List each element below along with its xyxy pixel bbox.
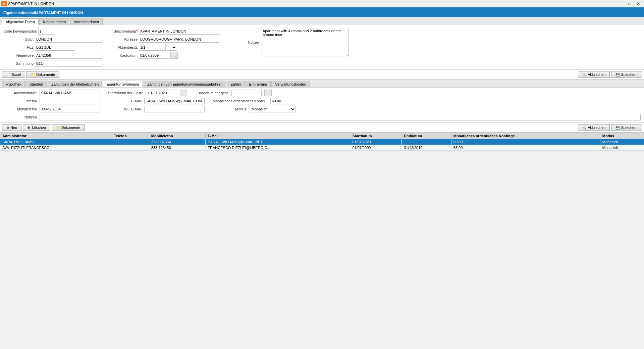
enddatum-input[interactable] xyxy=(231,90,262,96)
page-title: EigenschaftsdetailAPARTAMENT IN LONDON xyxy=(3,11,83,15)
tab-hypothek[interactable]: Hypothek xyxy=(2,81,25,87)
pec-input[interactable] xyxy=(144,106,205,112)
aktienbesitz-label: Aktienbesitz xyxy=(107,45,138,49)
maximize-button[interactable]: □ xyxy=(625,0,634,7)
cell-modus: Monatlich xyxy=(600,145,644,151)
aktienbesitz-select[interactable]: ▼ xyxy=(167,44,177,51)
code-input[interactable] xyxy=(38,28,55,35)
form-col-1: Code bewegungslos Stadt PLZ Repertoire S… xyxy=(3,28,102,67)
sub-form-rows: Administrator Startdatum der Geste. ... … xyxy=(3,90,641,120)
tab-zahlungen-miet[interactable]: Zahlungen der Mietgebühren xyxy=(48,81,102,87)
cell-telefon xyxy=(112,139,149,145)
col-telefon[interactable]: Telefon xyxy=(112,133,149,139)
repertoire-input[interactable] xyxy=(35,52,102,59)
beschreibung-input[interactable] xyxy=(139,28,219,35)
table-row[interactable]: AVV. RIZZUTI FRANCESCO 333-123456 FRANCE… xyxy=(0,145,644,151)
abbrechen-icon-top: 🔍 xyxy=(582,73,586,77)
aktienbesitz-row: Aktienbesitz ▼ xyxy=(107,44,219,51)
table-body: SARAH WILLIAMS 333-987654 SARAH.WILLIAMS… xyxy=(0,139,644,151)
abbrechen-button-sub[interactable]: 🔍 Abbrechen xyxy=(578,124,610,131)
kaufdatum-input[interactable] xyxy=(139,52,169,59)
col-startdatum[interactable]: Startdatum xyxy=(350,133,402,139)
mobiltelefon-input[interactable] xyxy=(40,106,100,112)
table-row[interactable]: SARAH WILLIAMS 333-987654 SARAH.WILLIAMS… xyxy=(0,139,644,145)
tab-erinnerung[interactable]: Erinnerung xyxy=(246,81,271,87)
tab-eigentumswohnung[interactable]: Eigentumswohnung xyxy=(103,81,143,87)
adresse-input[interactable] xyxy=(139,36,219,43)
modus-select[interactable]: Monatlich xyxy=(249,106,296,112)
abbrechen-button-top[interactable]: 🔍 Abbrechen xyxy=(578,71,610,78)
sammlung-row: Sammlung xyxy=(3,60,102,67)
plz-row: PLZ xyxy=(3,44,102,51)
startdatum-label: Startdatum der Geste. xyxy=(108,91,144,95)
tab-zaehler[interactable]: Zähler xyxy=(227,81,245,87)
notizen-textarea[interactable]: Apartment with 4 rooms and 2 bathrooms o… xyxy=(262,28,349,56)
modus-label: Modus xyxy=(213,107,246,111)
notizen-row: Notizen Apartment with 4 rooms and 2 bat… xyxy=(230,28,349,56)
tab-standort[interactable]: Standort xyxy=(25,81,47,87)
col-kontin[interactable]: Monatliches ordentliches Kontinge... xyxy=(451,133,600,139)
sub-notizen-input[interactable] xyxy=(40,114,641,120)
dokumente-icon-top: 📁 xyxy=(31,73,35,77)
startdatum-input[interactable] xyxy=(147,90,177,96)
kaufdatum-label: Kaufdatum xyxy=(107,53,138,57)
sub-row-3: Mobiltelefon PEC E-Mail Modus Monatlich xyxy=(3,106,641,112)
telefon-input[interactable] xyxy=(40,98,100,104)
excel-label: Excel xyxy=(12,72,21,77)
adresse-row: Adresse xyxy=(107,36,219,43)
cell-email: SARAH.WILLIAMS@GMAIL.NET xyxy=(206,139,350,145)
adresse-label: Adresse xyxy=(107,37,138,41)
sub-row-1: Administrator Startdatum der Geste. ... … xyxy=(3,90,641,96)
mobiltelefon-label: Mobiltelefon xyxy=(3,107,37,111)
monatliches-input[interactable] xyxy=(270,98,297,104)
kaufdatum-row: Kaufdatum ... xyxy=(107,52,219,59)
stadt-row: Stadt xyxy=(3,36,102,43)
excel-button[interactable]: 📄 Excel xyxy=(2,71,25,78)
startdatum-picker-button[interactable]: ... xyxy=(180,90,187,96)
administrator-input[interactable] xyxy=(40,90,100,96)
dokumente-button-top[interactable]: 📁 Dokumente xyxy=(26,71,59,78)
cell-enddatum xyxy=(402,139,451,145)
pec-label: PEC E-Mail xyxy=(108,107,142,111)
loeschen-icon: 🗑 xyxy=(27,126,31,130)
col-modus[interactable]: Modus xyxy=(600,133,644,139)
speichern-icon-sub: 💾 xyxy=(615,126,620,130)
sub-form: Administrator Startdatum der Geste. ... … xyxy=(0,88,644,123)
stadt-input[interactable] xyxy=(35,36,102,43)
dokumente-button-sub[interactable]: 📁 Dokumente xyxy=(52,124,85,131)
aktienbesitz-input[interactable] xyxy=(139,44,166,51)
tab-allgemeine-daten[interactable]: Allgemeine Daten xyxy=(2,18,39,25)
col-administrator[interactable]: Administrator xyxy=(0,133,112,139)
email-input[interactable] xyxy=(144,98,205,104)
enddatum-picker-button[interactable]: ... xyxy=(264,90,272,96)
sub-row-2: Telefon E-Mail Monatliches ordentliches … xyxy=(3,98,641,104)
tab-zahlungen-eigen[interactable]: Zahlungen von Eigentumswohnungsgebühren xyxy=(144,81,226,87)
cell-email: FRANCESCO.RIZZUTI@LIBERO.C... xyxy=(206,145,350,151)
plz-input[interactable] xyxy=(35,44,75,51)
code-row: Code bewegungslos xyxy=(3,28,102,35)
tab-katasterdaten[interactable]: Katasterdaten xyxy=(39,18,70,25)
excel-icon: 📄 xyxy=(6,73,10,77)
dokumente-label-sub: Dokumente xyxy=(61,126,80,130)
plz-label: PLZ xyxy=(3,45,34,49)
sammlung-input[interactable] xyxy=(35,60,102,67)
tab-verwaltungskosten[interactable]: Verwaltungskosten xyxy=(271,81,310,87)
loeschen-button[interactable]: 🗑 Löschen xyxy=(23,124,50,131)
neu-button[interactable]: ⊕ Neu xyxy=(2,124,21,131)
loeschen-label: Löschen xyxy=(32,126,46,130)
tab-vermieterdaten[interactable]: Vermieterdaten xyxy=(70,18,103,25)
code-label: Code bewegungslos xyxy=(3,29,37,33)
sub-notizen-label: Notizen xyxy=(3,115,37,119)
enddatum-label: Enddatum der gest. xyxy=(195,91,229,95)
close-button[interactable]: ✕ xyxy=(634,0,643,7)
col-mobiltelefon[interactable]: Mobiltelefon xyxy=(149,133,206,139)
col-enddatum[interactable]: Enddatum xyxy=(402,133,451,139)
speichern-button-top[interactable]: 💾 Speichern xyxy=(611,71,642,78)
dokumente-icon-sub: 📁 xyxy=(56,126,60,130)
col-email[interactable]: E-Mail xyxy=(206,133,350,139)
minimize-button[interactable]: ― xyxy=(616,0,625,7)
speichern-button-sub[interactable]: 💾 Speichern xyxy=(611,124,642,131)
telefon-label: Telefon xyxy=(3,99,37,103)
cell-administrator: AVV. RIZZUTI FRANCESCO xyxy=(0,145,112,151)
kaufdatum-picker-button[interactable]: ... xyxy=(170,52,178,59)
